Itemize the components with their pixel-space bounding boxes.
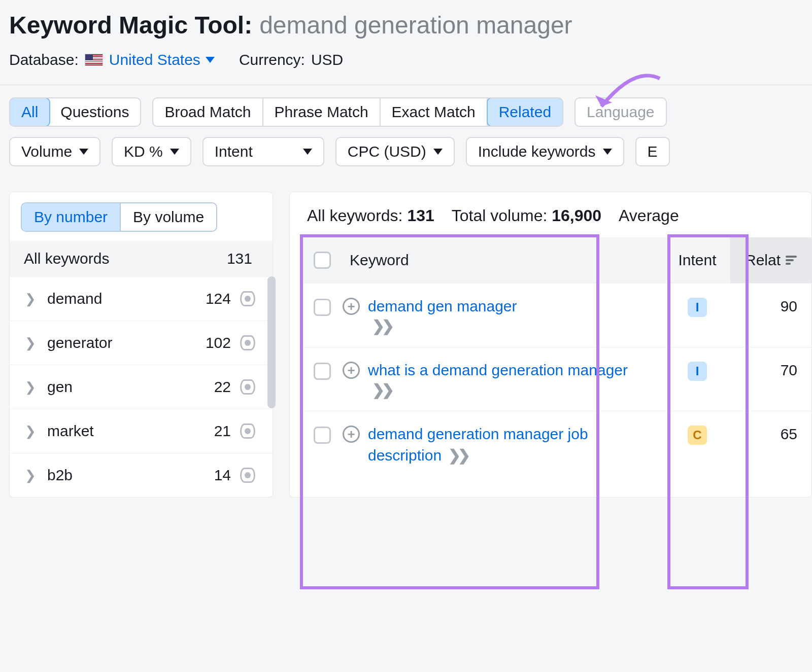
group-sort-segment: By number By volume [21, 202, 217, 232]
group-count: 22 [214, 378, 231, 396]
all-keywords-label: All keywords [24, 250, 109, 267]
filter-volume[interactable]: Volume [9, 137, 100, 166]
all-keywords-row[interactable]: All keywords 131 [10, 241, 273, 276]
eye-icon[interactable] [240, 423, 255, 439]
tab-broad-match[interactable]: Broad Match [153, 98, 263, 126]
keyword-link[interactable]: demand generation manager job descriptio… [368, 426, 588, 464]
results-panel: All keywords: 131 Total volume: 16,900 A… [289, 192, 812, 498]
chevron-right-icon: ❯ [25, 291, 36, 307]
col-related-label: Relat [745, 252, 781, 269]
group-item[interactable]: ❯generator 102 [10, 321, 273, 365]
related-value: 65 [730, 423, 811, 443]
intent-badge: I [688, 362, 707, 381]
filter-include-label: Include keywords [478, 143, 596, 160]
stat-volume-label: Total volume: [452, 206, 548, 225]
chevron-right-icon: ❯ [25, 423, 36, 439]
filter-volume-label: Volume [21, 143, 72, 160]
row-checkbox[interactable] [314, 363, 331, 380]
tab-phrase-match[interactable]: Phrase Match [263, 98, 381, 126]
currency-label: Currency: [239, 51, 305, 68]
tab-related[interactable]: Related [487, 97, 563, 127]
stat-volume-value: 16,900 [552, 206, 601, 225]
row-checkbox[interactable] [314, 427, 331, 444]
add-icon[interactable]: + [343, 362, 360, 379]
filter-kd-label: KD % [124, 143, 163, 160]
flag-us-icon [85, 54, 103, 66]
tab-questions[interactable]: Questions [49, 98, 140, 126]
group-count: 21 [214, 422, 231, 440]
annotation-arrow-icon [573, 71, 670, 129]
expand-icon[interactable]: ❯❯ [372, 317, 391, 334]
keyword-link[interactable]: what is a demand generation manager [368, 362, 628, 378]
group-item[interactable]: ❯b2b 14 [10, 453, 273, 497]
chevron-down-icon [433, 149, 443, 155]
stat-average-label: Average [619, 206, 679, 225]
group-name: gen [47, 378, 73, 396]
database-value: United States [109, 51, 200, 68]
group-count: 124 [206, 290, 231, 307]
chevron-down-icon [206, 57, 215, 63]
chevron-right-icon: ❯ [25, 335, 36, 351]
eye-icon[interactable] [240, 291, 255, 306]
col-related[interactable]: Relat [730, 237, 811, 283]
eye-icon[interactable] [240, 379, 255, 395]
filter-cpc[interactable]: CPC (USD) [335, 137, 455, 166]
sort-by-number[interactable]: By number [22, 203, 121, 231]
eye-icon[interactable] [240, 468, 255, 483]
tab-exact-match[interactable]: Exact Match [381, 98, 488, 126]
filter-cpc-label: CPC (USD) [348, 143, 426, 160]
group-name: market [47, 422, 94, 440]
intent-badge: I [688, 298, 707, 317]
group-count: 102 [206, 334, 231, 351]
chevron-down-icon [303, 149, 312, 155]
row-checkbox[interactable] [314, 299, 331, 316]
filter-extra[interactable]: E [635, 137, 670, 166]
database-selector[interactable]: United States [109, 51, 215, 68]
table-row: + demand generation manager job descript… [302, 411, 811, 478]
scrollbar[interactable] [267, 276, 276, 408]
sort-by-volume[interactable]: By volume [121, 203, 216, 231]
chevron-right-icon: ❯ [25, 379, 36, 395]
group-name: b2b [47, 467, 73, 484]
keyword-type-segment: All Questions [9, 97, 141, 127]
group-name: generator [47, 334, 112, 351]
group-item[interactable]: ❯gen 22 [10, 365, 273, 409]
filter-intent-label: Intent [215, 143, 253, 160]
group-count: 14 [214, 467, 231, 484]
table-row: + what is a demand generation manager❯❯ … [302, 347, 811, 411]
select-all-checkbox[interactable] [314, 252, 331, 269]
group-name: demand [47, 290, 102, 307]
related-value: 90 [730, 296, 811, 315]
divider [0, 85, 812, 85]
page-title: Keyword Magic Tool: [9, 11, 252, 39]
sort-desc-icon [786, 256, 797, 265]
stat-all-value: 131 [407, 206, 434, 225]
table-row: + demand gen manager❯❯ I 90 [302, 283, 811, 347]
keyword-link[interactable]: demand gen manager [368, 298, 517, 314]
col-intent[interactable]: Intent [664, 252, 730, 269]
all-keywords-count: 131 [227, 250, 252, 267]
database-label: Database: [9, 51, 79, 68]
add-icon[interactable]: + [343, 298, 360, 315]
group-item[interactable]: ❯market 21 [10, 409, 273, 453]
expand-icon[interactable]: ❯❯ [446, 447, 467, 464]
match-type-segment: Broad Match Phrase Match Exact Match Rel… [152, 97, 563, 127]
related-value: 70 [730, 360, 811, 379]
chevron-down-icon [603, 149, 612, 155]
eye-icon[interactable] [240, 335, 255, 350]
group-item[interactable]: ❯demand 124 [10, 276, 273, 321]
expand-icon[interactable]: ❯❯ [372, 381, 391, 398]
chevron-down-icon [170, 149, 179, 155]
add-icon[interactable]: + [343, 426, 360, 443]
filter-intent[interactable]: Intent [202, 137, 324, 166]
tab-all[interactable]: All [9, 97, 50, 127]
keyword-groups-sidebar: By number By volume All keywords 131 ❯de… [9, 192, 273, 498]
table-header: Keyword Intent Relat [302, 237, 811, 283]
filter-kd[interactable]: KD % [112, 137, 191, 166]
page-query: demand generation manager [259, 11, 572, 39]
chevron-down-icon [79, 149, 88, 155]
intent-badge: C [688, 426, 707, 445]
filter-include-keywords[interactable]: Include keywords [466, 137, 624, 166]
stat-all-label: All keywords: [307, 206, 403, 225]
col-keyword[interactable]: Keyword [343, 252, 664, 269]
